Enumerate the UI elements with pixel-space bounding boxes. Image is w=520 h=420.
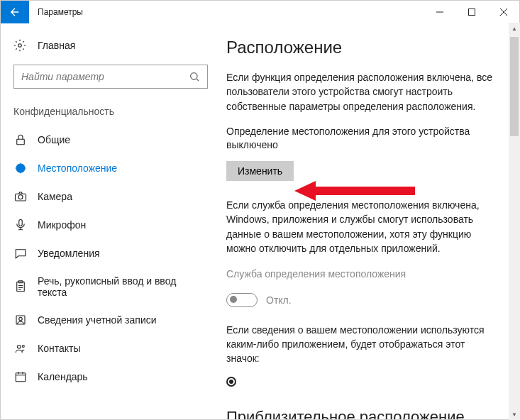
search-input[interactable] xyxy=(21,71,189,82)
account-icon xyxy=(13,314,28,326)
svg-rect-8 xyxy=(19,220,23,226)
toggle-state-label: Откл. xyxy=(266,294,292,306)
sidebar-item-label: Контакты xyxy=(38,343,80,354)
sidebar-item-label: Камера xyxy=(38,191,72,202)
sidebar-item-notifications[interactable]: Уведомления xyxy=(1,239,221,267)
service-description: Если служба определения местоположения в… xyxy=(226,198,497,255)
scroll-up-arrow[interactable]: ▲ xyxy=(509,23,520,34)
gear-icon xyxy=(13,39,28,52)
location-service-toggle[interactable] xyxy=(226,293,258,307)
lock-icon xyxy=(13,133,28,146)
back-button[interactable] xyxy=(1,1,29,23)
sidebar-item-label: Общие xyxy=(38,134,70,145)
microphone-icon xyxy=(13,219,28,231)
device-location-status: Определение местоположения для этого уст… xyxy=(226,125,497,153)
arrow-left-icon xyxy=(9,6,21,18)
vertical-scrollbar[interactable]: ▲ ▼ xyxy=(509,23,520,420)
scrollbar-thumb[interactable] xyxy=(510,37,519,136)
sidebar-item-general[interactable]: Общие xyxy=(1,126,221,154)
sidebar-section-header: Конфиденциальность xyxy=(1,101,221,126)
search-box[interactable] xyxy=(13,65,208,89)
window-title: Параметры xyxy=(38,7,424,17)
sidebar-item-label: Речь, рукописный ввод и ввод текста xyxy=(38,275,208,298)
svg-point-2 xyxy=(191,73,197,79)
chat-icon xyxy=(13,247,28,260)
camera-icon xyxy=(13,190,28,203)
sidebar-item-label: Уведомления xyxy=(38,248,100,259)
content-area: Расположение Если функция определения ра… xyxy=(221,23,519,419)
sidebar-item-label: Сведения учетной записи xyxy=(38,314,157,326)
change-button[interactable]: Изменить xyxy=(226,161,294,181)
indicator-description: Если сведения о вашем местоположении исп… xyxy=(226,323,497,366)
clipboard-icon xyxy=(13,280,28,293)
sidebar-item-label: Календарь xyxy=(38,371,88,382)
location-indicator-icon xyxy=(226,377,236,387)
minimize-button[interactable] xyxy=(424,1,455,23)
titlebar: Параметры xyxy=(1,1,519,23)
sidebar-item-account[interactable]: Сведения учетной записи xyxy=(1,306,221,334)
toggle-knob xyxy=(230,296,237,303)
svg-rect-0 xyxy=(468,9,475,16)
sidebar-home-label: Главная xyxy=(38,40,75,51)
svg-point-1 xyxy=(18,44,22,48)
sidebar-item-contacts[interactable]: Контакты xyxy=(1,334,221,363)
sidebar-item-camera[interactable]: Камера xyxy=(1,182,221,211)
approximate-location-heading: Приблизительное расположение xyxy=(226,408,497,419)
calendar-icon xyxy=(13,370,28,383)
scroll-down-arrow[interactable]: ▼ xyxy=(509,409,520,420)
svg-point-13 xyxy=(18,346,21,349)
sidebar-item-speech[interactable]: Речь, рукописный ввод и ввод текста xyxy=(1,267,221,306)
sidebar-item-location[interactable]: Местоположение xyxy=(1,154,221,182)
maximize-button[interactable] xyxy=(455,1,487,23)
sidebar: Главная Конфиденциальность Общие Местопо… xyxy=(1,23,221,419)
svg-point-12 xyxy=(19,317,23,321)
svg-point-5 xyxy=(19,167,23,170)
sidebar-item-label: Местоположение xyxy=(38,162,117,174)
svg-point-7 xyxy=(18,195,23,199)
sidebar-item-calendar[interactable]: Календарь xyxy=(1,363,221,391)
location-icon xyxy=(13,162,28,175)
window-controls xyxy=(424,1,519,23)
contacts-icon xyxy=(13,342,28,355)
sidebar-home[interactable]: Главная xyxy=(1,33,221,57)
sidebar-item-microphone[interactable]: Микрофон xyxy=(1,211,221,239)
svg-rect-15 xyxy=(16,373,26,382)
intro-text: Если функция определения расположения вк… xyxy=(226,70,497,114)
svg-rect-3 xyxy=(17,139,25,145)
location-service-toggle-row: Откл. xyxy=(226,293,497,307)
svg-point-14 xyxy=(22,346,24,348)
close-button[interactable] xyxy=(487,1,519,23)
service-label: Служба определения местоположения xyxy=(226,267,497,281)
search-icon xyxy=(189,71,200,82)
page-title: Расположение xyxy=(226,38,497,57)
sidebar-item-label: Микрофон xyxy=(38,219,86,231)
